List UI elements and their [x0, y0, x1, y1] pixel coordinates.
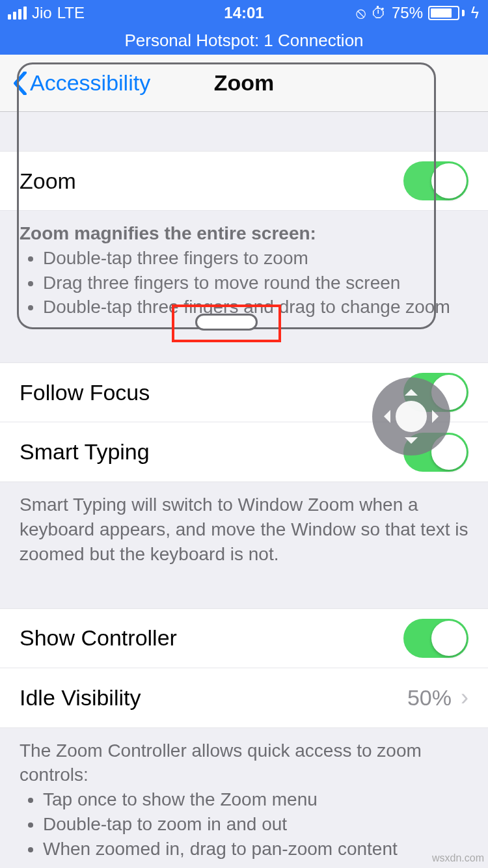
- watermark: wsxdn.com: [432, 852, 484, 864]
- smart-typing-help: Smart Typing will switch to Window Zoom …: [0, 482, 488, 582]
- back-label: Accessibility: [30, 70, 150, 96]
- orientation-lock-icon: ⦸: [356, 4, 366, 22]
- chevron-left-icon: [13, 72, 27, 95]
- controller-help-item: When zoomed in, drag to pan-zoom content: [43, 837, 468, 861]
- controller-help-title: The Zoom Controller allows quick access …: [20, 739, 468, 788]
- signal-icon: [8, 7, 27, 20]
- battery-icon: [428, 6, 465, 20]
- hotspot-banner[interactable]: Personal Hotspot: 1 Connection: [0, 26, 488, 55]
- show-controller-toggle[interactable]: [403, 619, 468, 658]
- show-controller-label: Show Controller: [20, 625, 177, 651]
- idle-visibility-value: 50%: [407, 685, 452, 711]
- zoom-help-item: Double-tap three fingers and drag to cha…: [43, 295, 468, 319]
- nav-bar: Accessibility Zoom: [0, 55, 488, 112]
- alarm-icon: ⏱: [371, 4, 386, 22]
- controller-help: The Zoom Controller allows quick access …: [0, 728, 488, 868]
- clock: 14:01: [224, 4, 264, 22]
- carrier-label: Jio: [32, 4, 52, 22]
- status-bar: Jio LTE 14:01 ⦸ ⏱ 75% ϟ: [0, 0, 488, 26]
- idle-visibility-label: Idle Visibility: [20, 685, 141, 711]
- charging-icon: ϟ: [470, 4, 480, 22]
- back-button[interactable]: Accessibility: [13, 70, 150, 96]
- network-label: LTE: [57, 4, 85, 22]
- zoom-help: Zoom magnifies the entire screen: Double…: [0, 211, 488, 335]
- zoom-help-item: Drag three fingers to move round the scr…: [43, 271, 468, 295]
- follow-focus-label: Follow Focus: [20, 380, 150, 405]
- follow-focus-row[interactable]: Follow Focus: [0, 362, 488, 422]
- chevron-right-icon: ›: [461, 684, 468, 711]
- zoom-toggle[interactable]: [403, 161, 468, 200]
- smart-typing-row[interactable]: Smart Typing: [0, 422, 488, 482]
- show-controller-row[interactable]: Show Controller: [0, 608, 488, 668]
- zoom-label: Zoom: [20, 169, 76, 194]
- follow-focus-toggle[interactable]: [403, 373, 468, 412]
- zoom-help-title: Zoom magnifies the entire screen:: [20, 221, 468, 246]
- smart-typing-label: Smart Typing: [20, 439, 150, 465]
- smart-typing-toggle[interactable]: [403, 433, 468, 472]
- zoom-row[interactable]: Zoom: [0, 151, 488, 211]
- idle-visibility-row[interactable]: Idle Visibility 50% ›: [0, 668, 488, 728]
- controller-help-item: Double-tap to zoom in and out: [43, 812, 468, 837]
- page-title: Zoom: [214, 70, 275, 96]
- controller-help-item: Tap once to show the Zoom menu: [43, 787, 468, 812]
- battery-percent: 75%: [392, 4, 423, 22]
- zoom-help-item: Double-tap three fingers to zoom: [43, 246, 468, 271]
